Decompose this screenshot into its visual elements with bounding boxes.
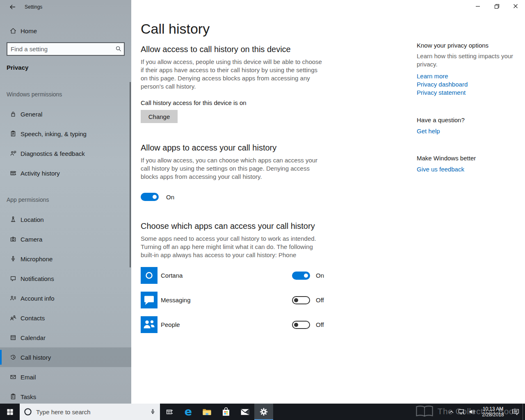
home-icon bbox=[10, 27, 16, 34]
privacy-dashboard-link[interactable]: Privacy dashboard bbox=[417, 80, 520, 89]
chevron-up-icon bbox=[449, 411, 454, 413]
get-help-link[interactable]: Get help bbox=[417, 127, 520, 135]
back-button[interactable] bbox=[6, 2, 20, 12]
edge-taskbar-button[interactable]: e bbox=[179, 404, 198, 420]
sidebar-item-label: Camera bbox=[21, 236, 42, 243]
toggle-state-label: On bbox=[166, 194, 174, 201]
give-feedback-link[interactable]: Give us feedback bbox=[417, 165, 520, 173]
file-explorer-taskbar-button[interactable] bbox=[198, 404, 217, 420]
toggle-state-label: Off bbox=[316, 321, 324, 328]
main-pane: Call history Allow access to call histor… bbox=[131, 0, 525, 404]
help-aside: Know your privacy options Learn how this… bbox=[417, 42, 520, 173]
sidebar-item-label: Email bbox=[21, 374, 36, 381]
sidebar-item-email[interactable]: Email bbox=[0, 367, 131, 387]
cortana-ring-icon bbox=[24, 408, 32, 416]
book-watermark-icon bbox=[415, 405, 434, 418]
sidebar-item-label: General bbox=[21, 111, 42, 118]
page-content: Call history Allow access to call histor… bbox=[141, 0, 326, 341]
app-name: Messaging bbox=[161, 297, 191, 304]
network-icon bbox=[458, 409, 465, 415]
two-people-icon bbox=[10, 315, 16, 321]
store-taskbar-button[interactable] bbox=[217, 404, 235, 420]
search-icon bbox=[115, 46, 122, 52]
sidebar-item-calendar[interactable]: Calendar bbox=[0, 328, 131, 347]
sidebar-item-diagnostics-feedback[interactable]: Diagnostics & feedback bbox=[0, 144, 131, 163]
section-choose-apps: Choose which apps can access your call h… bbox=[141, 221, 326, 333]
sidebar-item-camera[interactable]: Camera bbox=[0, 229, 131, 249]
settings-search-input[interactable] bbox=[7, 42, 125, 56]
system-tray: 10:13 AM 2/28/2018 bbox=[446, 404, 525, 420]
search-mic-icon[interactable] bbox=[150, 409, 156, 415]
section-device-access: Allow access to call history on this dev… bbox=[141, 45, 326, 123]
settings-taskbar-button[interactable] bbox=[254, 404, 273, 420]
taskbar-search-placeholder: Type here to search bbox=[36, 409, 146, 415]
taskbar: Type here to search e bbox=[0, 404, 525, 420]
task-view-button[interactable] bbox=[160, 404, 179, 420]
device-access-status: Call history access for this device is o… bbox=[141, 99, 326, 106]
sidebar-item-call-history[interactable]: Call history bbox=[0, 347, 131, 367]
history-clock-icon bbox=[10, 354, 16, 361]
aside-body-privacy: Learn how this setting impacts your priv… bbox=[417, 52, 520, 68]
tray-overflow-button[interactable] bbox=[446, 411, 456, 413]
volume-tray-button[interactable] bbox=[467, 409, 477, 415]
people-toggle[interactable] bbox=[292, 321, 310, 329]
network-tray-button[interactable] bbox=[456, 409, 467, 415]
sidebar-item-label: Diagnostics & feedback bbox=[21, 150, 85, 157]
sidebar-item-microphone[interactable]: Microphone bbox=[0, 249, 131, 269]
app-list: Cortana On Messaging Off bbox=[141, 267, 326, 333]
section-body: Some apps need to access your call histo… bbox=[141, 235, 322, 259]
volume-icon bbox=[469, 409, 475, 415]
privacy-statement-link[interactable]: Privacy statement bbox=[417, 89, 520, 97]
mail-taskbar-button[interactable] bbox=[235, 404, 254, 420]
nav-group-windows-permissions: General Speech, inking, & typing Diagnos… bbox=[0, 104, 131, 183]
sidebar-item-speech-inking-typing[interactable]: Speech, inking, & typing bbox=[0, 124, 131, 144]
learn-more-link[interactable]: Learn more bbox=[417, 72, 520, 80]
minimize-button[interactable] bbox=[468, 0, 487, 12]
sidebar-item-label: Notifications bbox=[21, 275, 54, 282]
clock[interactable]: 10:13 AM 2/28/2018 bbox=[477, 406, 509, 418]
back-arrow-icon bbox=[9, 4, 16, 10]
sidebar-item-location[interactable]: Location bbox=[0, 210, 131, 229]
nav-group-app-permissions: Location Camera Microphone Notifications… bbox=[0, 210, 131, 406]
settings-window: Settings Home Privacy Windows permission… bbox=[0, 0, 525, 404]
screen: Settings Home Privacy Windows permission… bbox=[0, 0, 525, 420]
apps-access-toggle[interactable] bbox=[141, 193, 159, 201]
sidebar-item-home[interactable]: Home bbox=[0, 22, 131, 39]
task-view-icon bbox=[166, 408, 173, 415]
start-button[interactable] bbox=[0, 404, 20, 420]
show-desktop-button[interactable] bbox=[523, 404, 525, 420]
sidebar-item-label: Home bbox=[21, 27, 37, 34]
settings-search bbox=[7, 42, 125, 56]
close-icon bbox=[513, 4, 518, 9]
app-title: Settings bbox=[25, 4, 42, 10]
action-center-button[interactable] bbox=[509, 409, 523, 415]
cortana-toggle[interactable] bbox=[292, 272, 310, 280]
clock-time: 10:13 AM bbox=[477, 406, 509, 412]
sidebar-item-account-info[interactable]: Account info bbox=[0, 288, 131, 308]
sidebar-item-activity-history[interactable]: Activity history bbox=[0, 163, 131, 183]
sidebar-item-contacts[interactable]: Contacts bbox=[0, 308, 131, 328]
app-row-people: People Off bbox=[141, 316, 326, 333]
sidebar-item-label: Call history bbox=[21, 354, 51, 361]
sidebar-item-general[interactable]: General bbox=[0, 104, 131, 124]
app-name: Cortana bbox=[161, 272, 183, 279]
restore-button[interactable] bbox=[487, 0, 506, 12]
gear-icon bbox=[259, 407, 268, 416]
messaging-toggle[interactable] bbox=[292, 296, 310, 304]
apps-access-toggle-row: On bbox=[141, 193, 326, 201]
group-label-app-permissions: App permissions bbox=[7, 196, 49, 203]
sidebar-item-notifications[interactable]: Notifications bbox=[0, 269, 131, 288]
messaging-app-icon bbox=[141, 292, 158, 308]
sidebar-scrollbar[interactable] bbox=[130, 82, 131, 267]
section-body: If you allow access, people using this d… bbox=[141, 58, 322, 91]
sidebar-item-label: Speech, inking, & typing bbox=[21, 130, 87, 137]
calendar-icon bbox=[10, 334, 16, 341]
close-button[interactable] bbox=[506, 0, 525, 12]
window-controls bbox=[468, 0, 525, 12]
microphone-icon bbox=[10, 256, 16, 262]
taskbar-search[interactable]: Type here to search bbox=[20, 404, 160, 420]
sidebar-item-label: Tasks bbox=[21, 393, 36, 400]
sidebar-item-label: Activity history bbox=[21, 170, 60, 177]
store-icon bbox=[221, 407, 231, 417]
change-button[interactable]: Change bbox=[141, 110, 178, 123]
